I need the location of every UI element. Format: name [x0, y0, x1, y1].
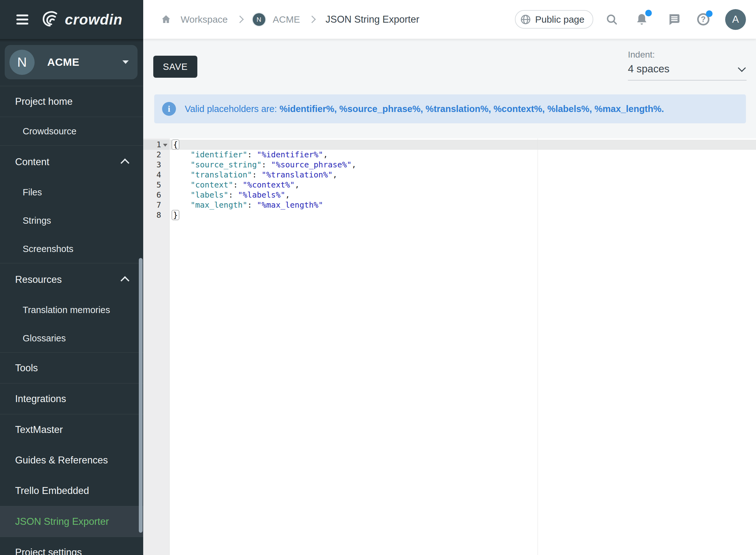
project-avatar: N [9, 50, 35, 75]
code-segment [172, 180, 191, 189]
sidebar-item-strings[interactable]: Strings [0, 206, 143, 235]
crowdin-logo-text[interactable]: crowdin [65, 11, 122, 28]
banner-placeholder: %context%, [494, 104, 545, 114]
code-segment: "labels" [191, 190, 228, 200]
code-segment: : [261, 160, 271, 169]
sidebar-item-guides-references[interactable]: Guides & References [0, 445, 143, 475]
sidebar-item-label: Trello Embedded [15, 485, 89, 497]
code-segment: , [351, 160, 356, 169]
code-segment: "%source_phrase%" [271, 160, 351, 169]
sidebar-item-label: Tools [15, 362, 38, 374]
code-line-5[interactable]: 5 "context": "%context%", [143, 180, 756, 190]
sidebar-item-files[interactable]: Files [0, 178, 143, 206]
notifications-button[interactable] [635, 12, 649, 27]
code-line-2[interactable]: 2 "identifier": "%identifier%", [143, 150, 756, 160]
sidebar-item-label: Translation memories [23, 305, 110, 315]
sidebar-item-crowdsource[interactable]: Crowdsource [0, 117, 143, 145]
sidebar-item-glossaries[interactable]: Glossaries [0, 324, 143, 352]
code-segment: : [228, 190, 238, 200]
caret-down-icon [122, 60, 129, 64]
line-number: 1 [143, 140, 169, 150]
messages-button[interactable] [667, 12, 681, 27]
sidebar-item-json-string-exporter[interactable]: JSON String Exporter [0, 506, 143, 537]
code-line-3[interactable]: 3 "source_string": "%source_phrase%", [143, 160, 756, 170]
sidebar-item-integrations[interactable]: Integrations [0, 384, 143, 414]
code-line-6[interactable]: 6 "labels": "%labels%", [143, 190, 756, 200]
code-segment: } [172, 210, 179, 220]
sidebar-item-screenshots[interactable]: Screenshots [0, 235, 143, 263]
sidebar-item-label: Guides & References [15, 455, 108, 466]
line-number: 4 [143, 170, 169, 180]
code-segment: "%labels%" [238, 190, 286, 200]
banner-prefix: Valid placeholders are: [185, 104, 280, 114]
user-avatar[interactable]: A [725, 9, 746, 30]
sidebar-item-label: Screenshots [23, 244, 73, 254]
sidebar-item-tools[interactable]: Tools [0, 353, 143, 383]
public-page-button[interactable]: Public page [515, 10, 593, 29]
code-line-8[interactable]: 8} [143, 210, 756, 220]
sidebar-item-label: Content [15, 156, 49, 168]
code-line-4[interactable]: 4 "translation": "%translation%", [143, 170, 756, 180]
sidebar-item-label: TextMaster [15, 424, 63, 435]
code-line-1[interactable]: 1{ [143, 140, 756, 150]
code-segment: "identifier" [191, 150, 247, 159]
code-text: "identifier": "%identifier%", [169, 150, 328, 160]
search-button[interactable] [605, 13, 619, 26]
code-segment: "max_length" [191, 201, 247, 210]
home-icon[interactable] [161, 14, 171, 25]
code-text: "labels": "%labels%", [169, 190, 290, 200]
save-button[interactable]: SAVE [153, 56, 197, 78]
sidebar-item-resources[interactable]: Resources [0, 263, 143, 296]
code-segment [172, 190, 191, 200]
sidebar-item-label: Project home [15, 96, 73, 107]
code-segment: , [285, 190, 290, 200]
sidebar-item-label: Resources [15, 274, 62, 285]
line-number: 7 [143, 200, 169, 210]
code-editor[interactable]: 1{2 "identifier": "%identifier%",3 "sour… [143, 138, 756, 555]
sidebar: N ACME Project homeCrowdsourceContentFil… [0, 39, 143, 555]
breadcrumb-current-page: JSON String Exporter [326, 14, 419, 25]
breadcrumb-workspace-link[interactable]: Workspace [181, 14, 228, 25]
editor-ruler-line [538, 138, 538, 555]
main-content: SAVE Indent: 4 spaces i Valid placeholde… [143, 39, 756, 555]
sidebar-item-project-settings[interactable]: Project settings [0, 537, 143, 555]
sidebar-item-textmaster[interactable]: TextMaster [0, 414, 143, 445]
breadcrumb-project-avatar[interactable]: N [253, 13, 265, 26]
banner-text: Valid placeholders are: %identifier%, %s… [185, 104, 664, 114]
chat-icon [667, 12, 681, 27]
code-text: { [169, 140, 180, 150]
help-button[interactable]: ? [697, 13, 709, 26]
banner-placeholder: %source_phrase%, [339, 104, 423, 114]
code-segment [172, 150, 191, 159]
top-bar-breadcrumb-area: Workspace N ACME JSON String Exporter Pu… [143, 0, 756, 39]
project-switcher[interactable]: N ACME [5, 45, 137, 79]
hamburger-menu-icon[interactable] [16, 14, 28, 25]
code-segment: { [172, 139, 179, 150]
code-text: "source_string": "%source_phrase%", [169, 160, 356, 170]
chevron-up-icon [121, 158, 129, 167]
code-text: "translation": "%translation%", [169, 170, 337, 180]
code-segment: , [333, 170, 337, 179]
fold-arrow-icon[interactable] [163, 144, 167, 146]
indent-select[interactable]: 4 spaces [628, 63, 747, 81]
sidebar-item-content[interactable]: Content [0, 146, 143, 178]
sidebar-item-label: Files [23, 187, 42, 198]
chevron-up-icon [121, 276, 129, 285]
banner-placeholder: %translation%, [425, 104, 491, 114]
code-segment: , [323, 150, 328, 159]
code-segment: , [295, 180, 299, 189]
breadcrumb-project-link[interactable]: ACME [273, 14, 300, 25]
sidebar-item-label: Strings [23, 216, 51, 226]
sidebar-item-label: JSON String Exporter [15, 516, 109, 527]
line-number: 2 [143, 150, 169, 160]
banner-placeholder: %max_length%. [594, 104, 664, 114]
sidebar-item-translation-memories[interactable]: Translation memories [0, 296, 143, 324]
sidebar-scrollbar-thumb[interactable] [139, 258, 142, 533]
sidebar-item-trello-embedded[interactable]: Trello Embedded [0, 475, 143, 506]
chevron-down-icon [738, 64, 746, 72]
code-segment: "%translation%" [261, 170, 333, 179]
code-line-7[interactable]: 7 "max_length": "%max_length%" [143, 200, 756, 210]
sidebar-nav: Project homeCrowdsourceContentFilesStrin… [0, 86, 143, 555]
sidebar-item-project-home[interactable]: Project home [0, 86, 143, 117]
crowdin-logo-icon[interactable] [41, 10, 62, 29]
